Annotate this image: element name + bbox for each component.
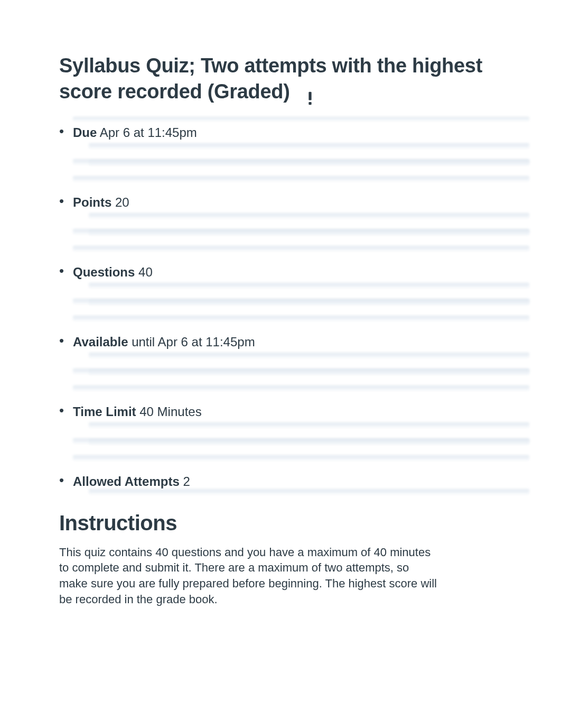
alert-icon bbox=[305, 86, 315, 100]
detail-value: Apr 6 at 11:45pm bbox=[97, 125, 197, 140]
exclamation-icon bbox=[305, 91, 315, 106]
quiz-title-row: Syllabus Quiz; Two attempts with the hig… bbox=[59, 53, 524, 105]
detail-label: Points bbox=[73, 195, 111, 209]
detail-value: 40 bbox=[135, 265, 152, 279]
detail-points: Points 20 bbox=[73, 191, 524, 261]
detail-value: 40 Minutes bbox=[136, 404, 202, 419]
detail-allowed-attempts: Allowed Attempts 2 bbox=[73, 470, 524, 496]
quiz-title: Syllabus Quiz; Two attempts with the hig… bbox=[59, 53, 524, 105]
detail-label: Time Limit bbox=[73, 404, 136, 419]
quiz-details-list: Due Apr 6 at 11:45pm Points 20 Questions… bbox=[59, 121, 524, 496]
detail-label: Due bbox=[73, 125, 97, 140]
detail-time-limit: Time Limit 40 Minutes bbox=[73, 400, 524, 470]
instructions-heading: Instructions bbox=[59, 511, 524, 535]
quiz-title-text: Syllabus Quiz; Two attempts with the hig… bbox=[59, 54, 482, 103]
detail-available: Available until Apr 6 at 11:45pm bbox=[73, 330, 524, 400]
detail-due: Due Apr 6 at 11:45pm bbox=[73, 121, 524, 191]
detail-value: until Apr 6 at 11:45pm bbox=[128, 335, 255, 349]
detail-value: 20 bbox=[111, 195, 129, 209]
detail-label: Questions bbox=[73, 265, 135, 279]
instructions-body: This quiz contains 40 questions and you … bbox=[59, 545, 440, 607]
detail-value: 2 bbox=[180, 474, 190, 489]
svg-rect-0 bbox=[308, 92, 311, 100]
detail-label: Allowed Attempts bbox=[73, 474, 180, 489]
detail-label: Available bbox=[73, 335, 128, 349]
detail-questions: Questions 40 bbox=[73, 261, 524, 330]
svg-rect-1 bbox=[308, 102, 311, 105]
